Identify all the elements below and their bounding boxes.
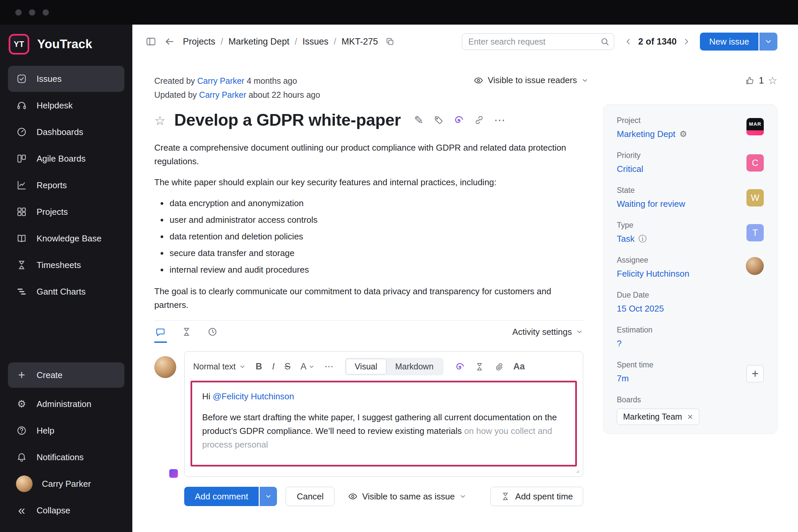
attachment-icon[interactable] (494, 362, 504, 372)
chevron-down-icon (581, 77, 589, 84)
info-icon[interactable]: ⓘ (639, 235, 646, 243)
updated-author-link[interactable]: Carry Parker (199, 90, 246, 99)
thumbs-up-icon[interactable] (745, 75, 755, 86)
state-value[interactable]: Waiting for review (617, 198, 685, 210)
create-button[interactable]: + Create (8, 362, 125, 388)
star-issue-icon[interactable]: ☆ (154, 114, 166, 127)
priority-value[interactable]: Critical (617, 163, 643, 175)
back-arrow-icon[interactable] (164, 36, 175, 47)
sidebar-item-profile[interactable]: Carry Parker (8, 471, 125, 497)
chevron-left-icon[interactable] (624, 37, 633, 46)
strikethrough-button[interactable]: S (285, 362, 291, 371)
breadcrumb-projects[interactable]: Projects (183, 37, 215, 47)
sidebar-item-dashboards[interactable]: Dashboards (8, 119, 125, 145)
comment-input-area[interactable]: Hi @Felicity Hutchinson Before we start … (191, 381, 577, 467)
updated-time: about 22 hours ago (248, 90, 320, 99)
app-logo[interactable]: YT YouTrack (0, 25, 132, 66)
due-date-value[interactable]: 15 Oct 2025 (617, 303, 664, 315)
gear-icon[interactable]: ⚙ (679, 130, 687, 138)
tab-comments[interactable] (154, 321, 167, 343)
edit-pencil-icon[interactable]: ✎ (414, 114, 424, 126)
sidebar-item-timesheets[interactable]: Timesheets (8, 252, 125, 278)
new-issue-dropdown-button[interactable] (759, 33, 777, 51)
visual-mode-button[interactable]: Visual (346, 359, 386, 374)
sidebar-item-notifications[interactable]: Notifications (8, 444, 125, 470)
spent-time-value[interactable]: 7m (617, 373, 629, 384)
created-author-link[interactable]: Carry Parker (197, 76, 244, 86)
issue-meta: Created by Carry Parker 4 months ago Upd… (154, 74, 320, 102)
paragraph-style-dropdown[interactable]: Normal text (193, 362, 246, 372)
assignee-value[interactable]: Felicity Hutchinson (617, 268, 689, 280)
tag-icon[interactable] (434, 115, 443, 125)
sidebar-item-gantt-charts[interactable]: Gantt Charts (8, 279, 125, 305)
description-bullet-list: data encryption and anonymization user a… (154, 196, 583, 277)
link-icon[interactable] (474, 115, 484, 125)
bullet-item: data encryption and anonymization (168, 196, 583, 210)
priority-badge[interactable]: C (746, 154, 764, 172)
type-badge[interactable]: T (746, 224, 764, 241)
window-control-dot[interactable] (15, 9, 22, 16)
breadcrumb-issues[interactable]: Issues (303, 37, 328, 47)
search-input[interactable] (462, 33, 614, 50)
assignee-avatar (746, 257, 764, 275)
gantt-icon (16, 286, 27, 297)
window-control-dot[interactable] (42, 9, 49, 16)
new-issue-button[interactable]: New issue (700, 33, 758, 51)
project-value[interactable]: Marketing Dept (617, 128, 675, 140)
tab-history[interactable] (206, 321, 219, 343)
activity-settings-dropdown[interactable]: Activity settings (512, 327, 583, 337)
field-label: Type (617, 221, 740, 230)
issue-main: ☆ Develop a GDPR white-paper ✎ (154, 104, 583, 519)
sidebar-item-agile-boards[interactable]: Agile Boards (8, 146, 125, 172)
window-control-dot[interactable] (29, 9, 35, 16)
tab-spent-time[interactable] (180, 321, 193, 343)
sidebar-item-helpdesk[interactable]: Helpdesk (8, 92, 125, 118)
board-chip[interactable]: Marketing Team × (617, 408, 699, 425)
sidebar-item-collapse[interactable]: « Collapse (8, 497, 125, 524)
add-comment-button[interactable]: Add comment (184, 487, 259, 506)
type-value[interactable]: Task (617, 233, 634, 245)
add-comment-dropdown-button[interactable] (260, 487, 277, 506)
sidebar-toggle-icon[interactable] (146, 36, 156, 47)
remove-board-icon[interactable]: × (687, 412, 692, 422)
copy-icon[interactable] (385, 37, 395, 46)
breadcrumb-project[interactable]: Marketing Dept (228, 37, 289, 47)
gear-icon: ⚙ (16, 398, 27, 410)
more-formatting-icon[interactable]: ⋯ (324, 362, 334, 371)
chevron-right-icon[interactable] (682, 37, 690, 46)
markdown-mode-button[interactable]: Markdown (386, 359, 442, 374)
sidebar-item-issues[interactable]: Issues (8, 66, 125, 92)
text-color-dropdown[interactable]: A (301, 362, 315, 371)
sidebar-item-projects[interactable]: Projects (8, 199, 125, 225)
more-actions-icon[interactable]: ⋯ (494, 114, 506, 126)
ai-assistant-icon[interactable] (455, 362, 465, 372)
star-icon[interactable]: ☆ (768, 75, 777, 86)
search-icon[interactable] (600, 37, 609, 46)
comment-visibility-dropdown[interactable]: Visible to same as issue (348, 491, 466, 502)
mention-link[interactable]: @Felicity Hutchinson (213, 391, 294, 401)
italic-button[interactable]: I (272, 362, 274, 371)
sidebar-item-reports[interactable]: Reports (8, 172, 125, 198)
stars-count: 1 (759, 75, 764, 86)
sidebar-item-knowledge-base[interactable]: Knowledge Base (8, 225, 125, 251)
sidebar-item-administration[interactable]: ⚙ Administration (8, 391, 125, 417)
comment-bubble-icon (156, 327, 166, 337)
resize-handle[interactable] (574, 468, 580, 474)
ai-assistant-icon[interactable] (454, 115, 464, 125)
user-avatar (16, 475, 33, 492)
text-size-button[interactable]: Aa (513, 361, 525, 372)
field-state: State Waiting for review W (617, 186, 764, 210)
visibility-dropdown[interactable]: Visible to issue readers (474, 75, 589, 86)
hourglass-icon[interactable] (475, 362, 484, 372)
add-spent-time-button[interactable]: Add spent time (491, 487, 583, 506)
activity-tabs: Activity settings (154, 321, 583, 343)
cancel-button[interactable]: Cancel (286, 487, 335, 506)
breadcrumb-issue-id[interactable]: MKT-275 (341, 37, 378, 47)
state-badge[interactable]: W (746, 189, 764, 207)
add-spent-time-field-button[interactable]: + (746, 365, 764, 382)
sidebar-item-label: Gantt Charts (37, 287, 86, 297)
sidebar-item-help[interactable]: Help (8, 418, 125, 443)
estimation-value[interactable]: ? (617, 338, 622, 349)
hourglass-icon (16, 259, 27, 271)
bold-button[interactable]: B (256, 362, 262, 371)
